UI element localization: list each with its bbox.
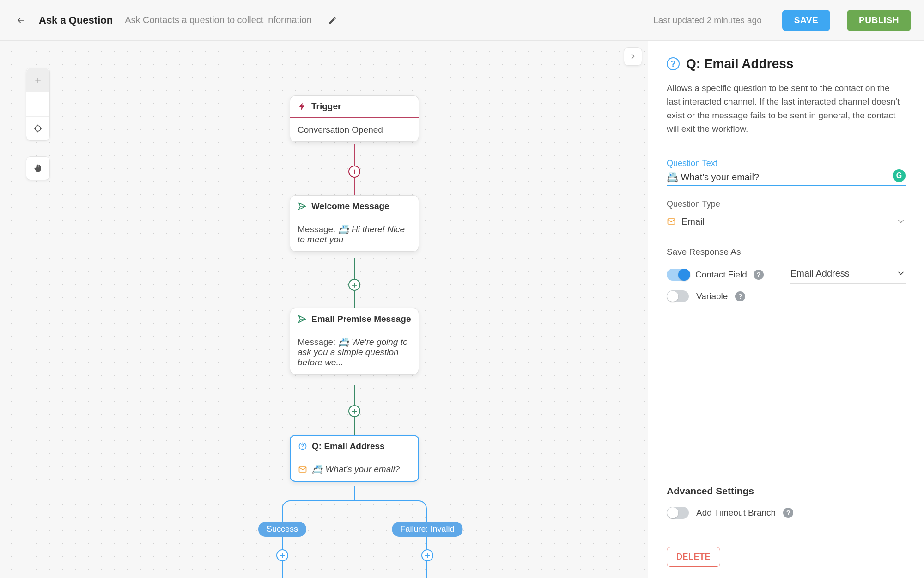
svg-point-0 <box>35 126 41 131</box>
node-premise-head: Email Premise Message <box>290 308 419 330</box>
variable-row: Variable ? <box>667 290 906 302</box>
contact-field-help[interactable]: ? <box>754 270 764 280</box>
question-type-label: Question Type <box>667 199 906 209</box>
node-question-content: 📇 What's your email? <box>312 464 400 474</box>
add-step-after-trigger[interactable]: ＋ <box>348 166 360 178</box>
save-button[interactable]: SAVE <box>782 10 830 31</box>
divider <box>667 529 906 529</box>
publish-button[interactable]: PUBLISH <box>847 10 911 31</box>
chevron-right-icon <box>628 52 638 61</box>
panel-title: Q: Email Address <box>686 56 793 71</box>
contact-field-toggle[interactable] <box>667 269 689 281</box>
workflow-canvas-wrap: ＋ － Trigger Convers <box>0 41 648 578</box>
node-welcome-prefix: Message: <box>298 224 335 234</box>
node-premise-prefix: Message: <box>298 337 335 347</box>
plus-icon: ＋ <box>33 73 43 87</box>
node-premise[interactable]: Email Premise Message Message: 📇 We're g… <box>290 308 419 375</box>
node-premise-title: Email Premise Message <box>311 314 411 324</box>
last-updated-text: Last updated 2 minutes ago <box>653 15 762 25</box>
branch-success-label[interactable]: Success <box>258 522 306 537</box>
question-text-label: Question Text <box>667 159 906 168</box>
crosshair-icon <box>33 124 43 133</box>
question-circle-icon <box>298 442 307 451</box>
branch-failure-label[interactable]: Failure: Invalid <box>392 522 462 537</box>
send-icon <box>298 314 307 324</box>
divider <box>667 149 906 149</box>
question-type-value: Email <box>681 216 891 227</box>
save-response-as-label: Save Response As <box>667 247 906 257</box>
node-question-head: Q: Email Address <box>291 436 418 457</box>
add-step-after-premise[interactable]: ＋ <box>348 405 360 417</box>
node-question-body: 📇 What's your email? <box>291 457 418 481</box>
variable-label: Variable <box>696 291 728 301</box>
svg-point-2 <box>302 448 303 449</box>
timeout-row: Add Timeout Branch ? <box>667 507 906 519</box>
bolt-icon <box>298 102 307 111</box>
add-step-after-welcome[interactable]: ＋ <box>348 279 360 291</box>
add-step-success-branch[interactable]: ＋ <box>276 549 288 561</box>
details-panel: ? Q: Email Address Allows a specific que… <box>648 41 924 578</box>
question-text-input-wrap: G <box>667 172 906 186</box>
advanced-settings-title: Advanced Settings <box>667 474 906 497</box>
timeout-toggle[interactable] <box>667 507 689 519</box>
branch-frame <box>282 500 427 578</box>
contact-field-select[interactable]: Email Address <box>790 265 906 284</box>
pan-toolbox <box>26 156 50 180</box>
question-text-input[interactable] <box>667 172 906 183</box>
main-area: ＋ － Trigger Convers <box>0 41 924 578</box>
back-button[interactable] <box>13 12 29 28</box>
mail-icon <box>667 217 676 226</box>
panel-title-row: ? Q: Email Address <box>667 56 906 71</box>
header-bar: Ask a Question Ask Contacts a question t… <box>0 0 924 41</box>
minus-icon: － <box>33 98 43 111</box>
workflow-canvas[interactable]: ＋ － Trigger Convers <box>0 41 648 578</box>
arrow-left-icon <box>16 16 25 25</box>
node-question-title: Q: Email Address <box>312 441 385 451</box>
hand-icon <box>33 164 43 173</box>
add-step-failure-branch[interactable]: ＋ <box>421 549 433 561</box>
grammarly-badge-icon[interactable]: G <box>893 169 906 182</box>
pan-button[interactable] <box>26 157 49 180</box>
pencil-icon <box>328 16 337 25</box>
panel-description: Allows a specific question to be sent to… <box>667 81 906 136</box>
zoom-in-button[interactable]: ＋ <box>26 68 49 92</box>
node-premise-body: Message: 📇 We're going to ask you a simp… <box>290 330 419 374</box>
node-trigger[interactable]: Trigger Conversation Opened <box>290 95 419 142</box>
mail-icon <box>298 465 307 474</box>
collapse-panel-button[interactable] <box>624 47 642 66</box>
edit-title-button[interactable] <box>325 12 340 28</box>
question-type-select[interactable]: Email <box>667 213 906 233</box>
contact-field-row: Contact Field ? Email Address <box>667 265 906 284</box>
contact-field-value: Email Address <box>790 268 896 279</box>
node-trigger-title: Trigger <box>311 101 341 111</box>
zoom-toolbox: ＋ － <box>26 68 50 141</box>
node-welcome-title: Welcome Message <box>311 201 389 211</box>
timeout-help[interactable]: ? <box>783 508 793 518</box>
page-subtitle: Ask Contacts a question to collect infor… <box>125 15 312 25</box>
chevron-down-icon <box>896 269 906 278</box>
variable-help[interactable]: ? <box>735 291 745 301</box>
recenter-button[interactable] <box>26 116 49 140</box>
node-welcome-head: Welcome Message <box>290 196 419 217</box>
timeout-label: Add Timeout Branch <box>696 508 776 518</box>
chevron-down-icon <box>896 217 906 226</box>
variable-toggle[interactable] <box>667 290 689 302</box>
node-welcome[interactable]: Welcome Message Message: 📇 Hi there! Nic… <box>290 195 419 252</box>
contact-field-label: Contact Field <box>695 270 747 280</box>
question-circle-icon: ? <box>667 57 680 70</box>
connector-question-branch <box>354 486 355 500</box>
node-question[interactable]: Q: Email Address 📇 What's your email? <box>290 435 419 482</box>
zoom-out-button[interactable]: － <box>26 92 49 116</box>
page-title: Ask a Question <box>39 14 113 26</box>
send-icon <box>298 202 307 211</box>
delete-button[interactable]: DELETE <box>667 547 720 567</box>
node-trigger-body: Conversation Opened <box>290 118 419 141</box>
node-trigger-head: Trigger <box>290 96 419 118</box>
node-welcome-body: Message: 📇 Hi there! Nice to meet you <box>290 217 419 251</box>
